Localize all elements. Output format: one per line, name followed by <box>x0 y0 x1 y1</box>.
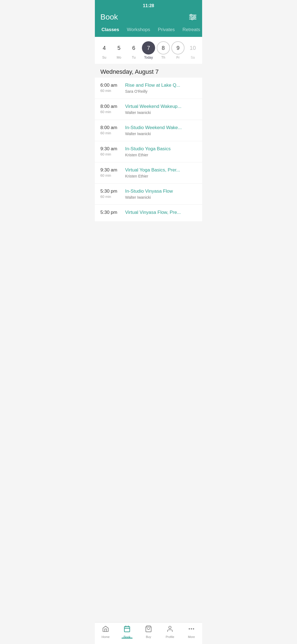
class-time: 8:00 am 60 min <box>100 104 125 114</box>
date-item-tu[interactable]: 6 Tu <box>127 41 140 59</box>
class-info: Virtual Weekend Wakeup... Walter Iwanick… <box>125 104 197 115</box>
date-num-8: 8 <box>157 41 170 54</box>
class-duration: 60 min <box>100 195 125 199</box>
date-day-fr: Fr <box>177 56 180 59</box>
date-item-sa[interactable]: 10 Sa <box>186 41 199 59</box>
date-num-4: 4 <box>98 41 111 54</box>
svg-point-5 <box>191 18 193 20</box>
class-name: In-Studio Yoga Basics <box>125 146 197 152</box>
class-name: Rise and Flow at Lake Q... <box>125 83 197 88</box>
class-item[interactable]: 5:30 pm 60 min In-Studio Vinyasa Flow Wa… <box>95 184 202 205</box>
class-name: In-Studio Weekend Wake... <box>125 125 197 130</box>
svg-point-3 <box>194 16 195 18</box>
class-duration: 60 min <box>100 152 125 156</box>
class-info: Virtual Vinyasa Flow, Pre... <box>125 210 197 216</box>
tab-privates[interactable]: Privates <box>154 26 178 34</box>
date-num-9: 9 <box>171 41 185 54</box>
tab-workshops[interactable]: Workshops <box>123 26 154 34</box>
class-time-hour: 5:30 pm <box>100 189 125 194</box>
class-info: Virtual Yoga Basics, Prer... Kristen Eth… <box>125 167 197 178</box>
class-time-hour: 8:00 am <box>100 125 125 130</box>
date-day-su: Su <box>102 56 106 59</box>
date-num-10: 10 <box>186 41 199 54</box>
date-day-today: Today <box>144 56 153 59</box>
class-time-hour: 9:30 am <box>100 167 125 173</box>
class-info: In-Studio Yoga Basics Kristen Ethier <box>125 146 197 157</box>
date-item-th[interactable]: 8 Th <box>157 41 170 59</box>
class-duration: 60 min <box>100 110 125 114</box>
page-title: Book <box>100 13 118 21</box>
date-item-su[interactable]: 4 Su <box>98 41 111 59</box>
class-time: 6:00 am 60 min <box>100 83 125 93</box>
class-instructor: Kristen Ethier <box>125 153 197 157</box>
date-item-today[interactable]: 7 Today <box>142 41 155 59</box>
class-time: 8:00 am 60 min <box>100 125 125 135</box>
nav-tabs: Classes Workshops Privates Retreats <box>95 26 202 37</box>
class-time-hour: 9:30 am <box>100 146 125 152</box>
status-time: 11:28 <box>143 3 154 8</box>
date-picker: 4 Su 5 Mo 6 Tu 7 Today 8 Th 9 Fr 10 Sa <box>95 37 202 64</box>
class-instructor: Walter Iwanicki <box>125 132 197 136</box>
date-day-mo: Mo <box>117 56 121 59</box>
main-content: 4 Su 5 Mo 6 Tu 7 Today 8 Th 9 Fr 10 Sa W… <box>95 37 202 221</box>
class-time: 9:30 am 60 min <box>100 146 125 156</box>
class-time-hour: 6:00 am <box>100 83 125 88</box>
class-instructor: Walter Iwanicki <box>125 110 197 115</box>
date-item-fr[interactable]: 9 Fr <box>171 41 185 59</box>
date-day-th: Th <box>161 56 165 59</box>
date-item-mo[interactable]: 5 Mo <box>112 41 126 59</box>
class-name: Virtual Yoga Basics, Prer... <box>125 167 197 173</box>
date-num-5: 5 <box>112 41 126 54</box>
header: Book <box>95 10 202 26</box>
filter-button[interactable] <box>189 14 197 20</box>
class-time-hour: 8:00 am <box>100 104 125 109</box>
class-instructor: Walter Iwanicki <box>125 195 197 200</box>
date-day-tu: Tu <box>132 56 136 59</box>
class-info: Rise and Flow at Lake Q... Sara O'Reilly <box>125 83 197 94</box>
section-date-heading: Wednesday, August 7 <box>95 64 202 78</box>
class-duration: 60 min <box>100 173 125 178</box>
class-duration: 60 min <box>100 89 125 93</box>
class-time: 5:30 pm <box>100 210 125 215</box>
class-name: Virtual Vinyasa Flow, Pre... <box>125 210 197 215</box>
date-num-6: 6 <box>127 41 140 54</box>
class-time: 9:30 am 60 min <box>100 167 125 178</box>
class-duration: 60 min <box>100 131 125 135</box>
class-item[interactable]: 9:30 am 60 min In-Studio Yoga Basics Kri… <box>95 141 202 162</box>
class-name: In-Studio Vinyasa Flow <box>125 189 197 194</box>
date-num-7: 7 <box>142 41 155 54</box>
class-item[interactable]: 8:00 am 60 min Virtual Weekend Wakeup...… <box>95 99 202 120</box>
class-item[interactable]: 8:00 am 60 min In-Studio Weekend Wake...… <box>95 120 202 141</box>
class-info: In-Studio Weekend Wake... Walter Iwanick… <box>125 125 197 136</box>
class-item[interactable]: 6:00 am 60 min Rise and Flow at Lake Q..… <box>95 78 202 99</box>
class-item[interactable]: 5:30 pm Virtual Vinyasa Flow, Pre... <box>95 205 202 221</box>
svg-point-1 <box>190 14 192 16</box>
class-instructor: Kristen Ethier <box>125 174 197 178</box>
status-bar: 11:28 <box>95 0 202 10</box>
class-list: 6:00 am 60 min Rise and Flow at Lake Q..… <box>95 78 202 221</box>
tab-retreats[interactable]: Retreats <box>178 26 202 34</box>
class-time: 5:30 pm 60 min <box>100 189 125 199</box>
class-time-hour: 5:30 pm <box>100 210 125 215</box>
class-info: In-Studio Vinyasa Flow Walter Iwanicki <box>125 189 197 200</box>
date-day-sa: Sa <box>191 56 195 59</box>
class-item[interactable]: 9:30 am 60 min Virtual Yoga Basics, Prer… <box>95 162 202 184</box>
class-name: Virtual Weekend Wakeup... <box>125 104 197 109</box>
class-instructor: Sara O'Reilly <box>125 89 197 94</box>
tab-classes[interactable]: Classes <box>98 26 123 34</box>
